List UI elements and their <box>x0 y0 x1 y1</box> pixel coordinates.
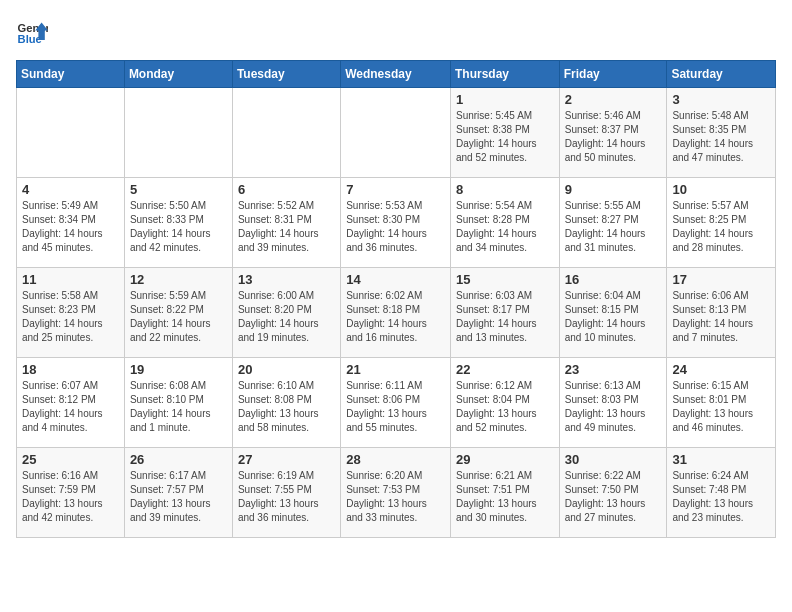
day-number: 10 <box>672 182 770 197</box>
calendar-cell: 5Sunrise: 5:50 AM Sunset: 8:33 PM Daylig… <box>124 178 232 268</box>
day-info: Sunrise: 6:13 AM Sunset: 8:03 PM Dayligh… <box>565 379 662 435</box>
day-info: Sunrise: 5:45 AM Sunset: 8:38 PM Dayligh… <box>456 109 554 165</box>
calendar-week-row: 25Sunrise: 6:16 AM Sunset: 7:59 PM Dayli… <box>17 448 776 538</box>
day-number: 23 <box>565 362 662 377</box>
day-info: Sunrise: 5:55 AM Sunset: 8:27 PM Dayligh… <box>565 199 662 255</box>
calendar-cell: 4Sunrise: 5:49 AM Sunset: 8:34 PM Daylig… <box>17 178 125 268</box>
day-number: 8 <box>456 182 554 197</box>
weekday-header-monday: Monday <box>124 61 232 88</box>
day-number: 19 <box>130 362 227 377</box>
day-number: 12 <box>130 272 227 287</box>
day-number: 11 <box>22 272 119 287</box>
calendar-cell: 13Sunrise: 6:00 AM Sunset: 8:20 PM Dayli… <box>232 268 340 358</box>
calendar-cell: 25Sunrise: 6:16 AM Sunset: 7:59 PM Dayli… <box>17 448 125 538</box>
day-number: 20 <box>238 362 335 377</box>
day-info: Sunrise: 6:04 AM Sunset: 8:15 PM Dayligh… <box>565 289 662 345</box>
day-info: Sunrise: 6:00 AM Sunset: 8:20 PM Dayligh… <box>238 289 335 345</box>
day-info: Sunrise: 5:46 AM Sunset: 8:37 PM Dayligh… <box>565 109 662 165</box>
day-number: 22 <box>456 362 554 377</box>
calendar-table: SundayMondayTuesdayWednesdayThursdayFrid… <box>16 60 776 538</box>
calendar-cell: 15Sunrise: 6:03 AM Sunset: 8:17 PM Dayli… <box>450 268 559 358</box>
calendar-cell: 30Sunrise: 6:22 AM Sunset: 7:50 PM Dayli… <box>559 448 667 538</box>
calendar-cell: 2Sunrise: 5:46 AM Sunset: 8:37 PM Daylig… <box>559 88 667 178</box>
day-info: Sunrise: 5:57 AM Sunset: 8:25 PM Dayligh… <box>672 199 770 255</box>
calendar-cell: 23Sunrise: 6:13 AM Sunset: 8:03 PM Dayli… <box>559 358 667 448</box>
calendar-cell: 12Sunrise: 5:59 AM Sunset: 8:22 PM Dayli… <box>124 268 232 358</box>
calendar-cell: 20Sunrise: 6:10 AM Sunset: 8:08 PM Dayli… <box>232 358 340 448</box>
calendar-cell: 10Sunrise: 5:57 AM Sunset: 8:25 PM Dayli… <box>667 178 776 268</box>
day-number: 1 <box>456 92 554 107</box>
day-info: Sunrise: 5:50 AM Sunset: 8:33 PM Dayligh… <box>130 199 227 255</box>
day-number: 7 <box>346 182 445 197</box>
calendar-cell: 22Sunrise: 6:12 AM Sunset: 8:04 PM Dayli… <box>450 358 559 448</box>
calendar-cell: 19Sunrise: 6:08 AM Sunset: 8:10 PM Dayli… <box>124 358 232 448</box>
calendar-cell: 11Sunrise: 5:58 AM Sunset: 8:23 PM Dayli… <box>17 268 125 358</box>
calendar-week-row: 4Sunrise: 5:49 AM Sunset: 8:34 PM Daylig… <box>17 178 776 268</box>
day-info: Sunrise: 6:03 AM Sunset: 8:17 PM Dayligh… <box>456 289 554 345</box>
calendar-cell: 9Sunrise: 5:55 AM Sunset: 8:27 PM Daylig… <box>559 178 667 268</box>
day-number: 16 <box>565 272 662 287</box>
day-number: 29 <box>456 452 554 467</box>
day-number: 31 <box>672 452 770 467</box>
day-info: Sunrise: 6:08 AM Sunset: 8:10 PM Dayligh… <box>130 379 227 435</box>
day-info: Sunrise: 5:54 AM Sunset: 8:28 PM Dayligh… <box>456 199 554 255</box>
day-number: 27 <box>238 452 335 467</box>
calendar-cell: 3Sunrise: 5:48 AM Sunset: 8:35 PM Daylig… <box>667 88 776 178</box>
calendar-header-row: SundayMondayTuesdayWednesdayThursdayFrid… <box>17 61 776 88</box>
day-number: 18 <box>22 362 119 377</box>
day-number: 24 <box>672 362 770 377</box>
calendar-cell: 1Sunrise: 5:45 AM Sunset: 8:38 PM Daylig… <box>450 88 559 178</box>
calendar-cell <box>232 88 340 178</box>
calendar-cell: 29Sunrise: 6:21 AM Sunset: 7:51 PM Dayli… <box>450 448 559 538</box>
calendar-cell: 6Sunrise: 5:52 AM Sunset: 8:31 PM Daylig… <box>232 178 340 268</box>
calendar-week-row: 1Sunrise: 5:45 AM Sunset: 8:38 PM Daylig… <box>17 88 776 178</box>
day-info: Sunrise: 6:22 AM Sunset: 7:50 PM Dayligh… <box>565 469 662 525</box>
day-info: Sunrise: 6:07 AM Sunset: 8:12 PM Dayligh… <box>22 379 119 435</box>
day-info: Sunrise: 6:21 AM Sunset: 7:51 PM Dayligh… <box>456 469 554 525</box>
day-number: 28 <box>346 452 445 467</box>
day-number: 13 <box>238 272 335 287</box>
day-number: 17 <box>672 272 770 287</box>
day-info: Sunrise: 6:16 AM Sunset: 7:59 PM Dayligh… <box>22 469 119 525</box>
day-info: Sunrise: 5:49 AM Sunset: 8:34 PM Dayligh… <box>22 199 119 255</box>
day-info: Sunrise: 5:48 AM Sunset: 8:35 PM Dayligh… <box>672 109 770 165</box>
calendar-cell <box>17 88 125 178</box>
day-info: Sunrise: 6:19 AM Sunset: 7:55 PM Dayligh… <box>238 469 335 525</box>
day-info: Sunrise: 6:06 AM Sunset: 8:13 PM Dayligh… <box>672 289 770 345</box>
day-info: Sunrise: 5:58 AM Sunset: 8:23 PM Dayligh… <box>22 289 119 345</box>
weekday-header-tuesday: Tuesday <box>232 61 340 88</box>
calendar-cell: 26Sunrise: 6:17 AM Sunset: 7:57 PM Dayli… <box>124 448 232 538</box>
calendar-cell: 27Sunrise: 6:19 AM Sunset: 7:55 PM Dayli… <box>232 448 340 538</box>
calendar-cell: 16Sunrise: 6:04 AM Sunset: 8:15 PM Dayli… <box>559 268 667 358</box>
calendar-cell <box>124 88 232 178</box>
calendar-cell: 14Sunrise: 6:02 AM Sunset: 8:18 PM Dayli… <box>341 268 451 358</box>
day-number: 15 <box>456 272 554 287</box>
day-info: Sunrise: 5:52 AM Sunset: 8:31 PM Dayligh… <box>238 199 335 255</box>
day-number: 3 <box>672 92 770 107</box>
day-info: Sunrise: 5:53 AM Sunset: 8:30 PM Dayligh… <box>346 199 445 255</box>
calendar-cell: 17Sunrise: 6:06 AM Sunset: 8:13 PM Dayli… <box>667 268 776 358</box>
day-info: Sunrise: 5:59 AM Sunset: 8:22 PM Dayligh… <box>130 289 227 345</box>
day-info: Sunrise: 6:15 AM Sunset: 8:01 PM Dayligh… <box>672 379 770 435</box>
weekday-header-friday: Friday <box>559 61 667 88</box>
weekday-header-wednesday: Wednesday <box>341 61 451 88</box>
day-info: Sunrise: 6:17 AM Sunset: 7:57 PM Dayligh… <box>130 469 227 525</box>
day-number: 4 <box>22 182 119 197</box>
svg-text:Blue: Blue <box>18 33 42 45</box>
day-number: 9 <box>565 182 662 197</box>
day-info: Sunrise: 6:11 AM Sunset: 8:06 PM Dayligh… <box>346 379 445 435</box>
calendar-cell: 21Sunrise: 6:11 AM Sunset: 8:06 PM Dayli… <box>341 358 451 448</box>
day-number: 30 <box>565 452 662 467</box>
logo-icon: General Blue <box>16 16 48 48</box>
day-number: 14 <box>346 272 445 287</box>
calendar-cell: 7Sunrise: 5:53 AM Sunset: 8:30 PM Daylig… <box>341 178 451 268</box>
day-number: 21 <box>346 362 445 377</box>
day-info: Sunrise: 6:20 AM Sunset: 7:53 PM Dayligh… <box>346 469 445 525</box>
day-number: 2 <box>565 92 662 107</box>
page-header: General Blue <box>16 16 776 48</box>
calendar-cell: 28Sunrise: 6:20 AM Sunset: 7:53 PM Dayli… <box>341 448 451 538</box>
day-info: Sunrise: 6:10 AM Sunset: 8:08 PM Dayligh… <box>238 379 335 435</box>
day-info: Sunrise: 6:24 AM Sunset: 7:48 PM Dayligh… <box>672 469 770 525</box>
calendar-week-row: 11Sunrise: 5:58 AM Sunset: 8:23 PM Dayli… <box>17 268 776 358</box>
logo: General Blue <box>16 16 52 48</box>
